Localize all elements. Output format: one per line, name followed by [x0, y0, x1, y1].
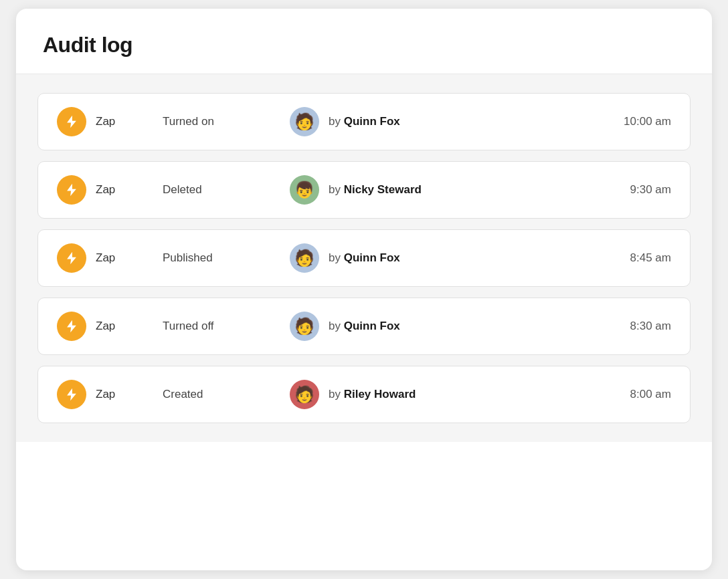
entry-by: by Quinn Fox — [329, 115, 610, 128]
entry-action: Deleted — [163, 183, 250, 197]
entry-by: by Nicky Steward — [329, 183, 617, 197]
entry-time: 10:00 am — [624, 115, 671, 128]
entry-action: Turned on — [163, 115, 250, 128]
bolt-icon — [64, 387, 79, 402]
entry-time: 8:45 am — [630, 251, 671, 265]
entry-type: Zap — [96, 115, 136, 128]
entry-username: Riley Howard — [344, 388, 416, 400]
zap-icon-wrapper — [57, 380, 86, 409]
zap-icon-wrapper — [57, 243, 86, 273]
log-entry: Zap Created 🧑 by Riley Howard 8:00 am — [37, 366, 691, 423]
bolt-icon — [64, 183, 79, 197]
entry-username: Quinn Fox — [344, 115, 400, 128]
entry-username: Quinn Fox — [344, 320, 400, 332]
avatar: 👦 — [290, 175, 319, 205]
avatar: 🧑 — [290, 107, 319, 136]
entry-type: Zap — [96, 320, 136, 333]
entry-action: Created — [163, 388, 250, 401]
entry-time: 8:30 am — [630, 320, 671, 333]
bolt-icon — [64, 251, 79, 265]
entry-username: Quinn Fox — [344, 251, 400, 264]
entry-type: Zap — [96, 183, 136, 197]
entry-action: Turned off — [163, 320, 250, 333]
card-header: Audit log — [16, 9, 712, 74]
avatar: 🧑 — [290, 380, 319, 409]
log-entry: Zap Deleted 👦 by Nicky Steward 9:30 am — [37, 161, 691, 219]
bolt-icon — [64, 114, 79, 129]
zap-icon-wrapper — [57, 312, 86, 341]
entry-time: 9:30 am — [630, 183, 671, 197]
log-entry: Zap Turned off 🧑 by Quinn Fox 8:30 am — [37, 298, 691, 355]
avatar: 🧑 — [290, 243, 319, 273]
zap-icon-wrapper — [57, 175, 86, 205]
log-entry: Zap Turned on 🧑 by Quinn Fox 10:00 am — [37, 93, 691, 150]
entry-by: by Quinn Fox — [329, 251, 617, 265]
bolt-icon — [64, 319, 79, 334]
entry-action: Published — [163, 251, 250, 265]
audit-log-card: Audit log Zap Turned on 🧑 by Quinn Fox 1… — [16, 9, 712, 570]
log-list: Zap Turned on 🧑 by Quinn Fox 10:00 am Za… — [16, 74, 712, 442]
entry-type: Zap — [96, 388, 136, 401]
log-entry: Zap Published 🧑 by Quinn Fox 8:45 am — [37, 229, 691, 287]
entry-type: Zap — [96, 251, 136, 265]
entry-by: by Quinn Fox — [329, 320, 617, 333]
entry-time: 8:00 am — [630, 388, 671, 401]
page-title: Audit log — [43, 33, 685, 57]
avatar: 🧑 — [290, 312, 319, 341]
entry-username: Nicky Steward — [344, 183, 422, 196]
zap-icon-wrapper — [57, 107, 86, 136]
entry-by: by Riley Howard — [329, 388, 617, 401]
